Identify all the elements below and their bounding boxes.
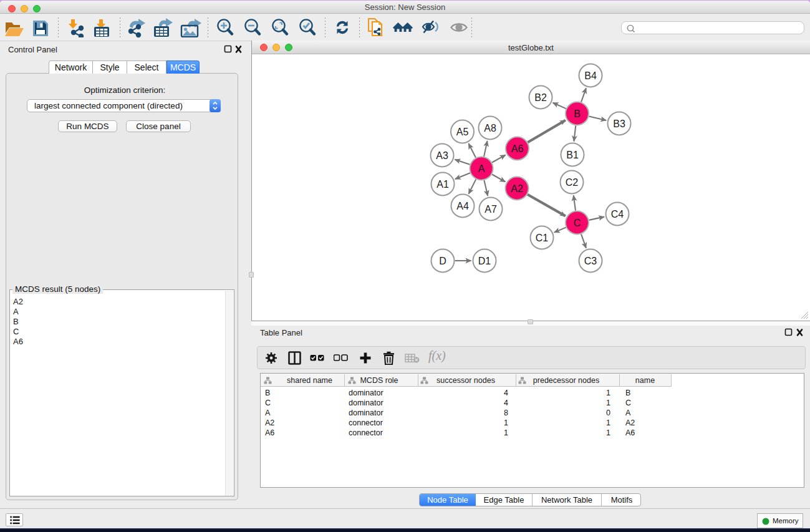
svg-text:A: A: [478, 163, 485, 174]
svg-text:C: C: [574, 218, 581, 228]
svg-text:B4: B4: [584, 70, 597, 81]
svg-text:A1: A1: [436, 179, 449, 190]
svg-text:A6: A6: [511, 143, 524, 154]
svg-text:A3: A3: [436, 150, 448, 161]
svg-text:B3: B3: [613, 118, 625, 129]
svg-text:A5: A5: [456, 127, 469, 137]
svg-text:D: D: [439, 256, 446, 266]
svg-text:A2: A2: [511, 183, 523, 194]
svg-text:A8: A8: [484, 123, 496, 133]
svg-text:A4: A4: [456, 201, 469, 211]
svg-text:C3: C3: [584, 256, 597, 266]
svg-text:D1: D1: [478, 256, 491, 266]
svg-text:B1: B1: [566, 150, 579, 160]
svg-text:A7: A7: [485, 204, 497, 215]
svg-text:C2: C2: [566, 177, 579, 188]
svg-text:C4: C4: [611, 209, 624, 220]
svg-text:B2: B2: [534, 92, 547, 103]
svg-text:B: B: [574, 109, 581, 119]
svg-text:C1: C1: [536, 233, 549, 243]
